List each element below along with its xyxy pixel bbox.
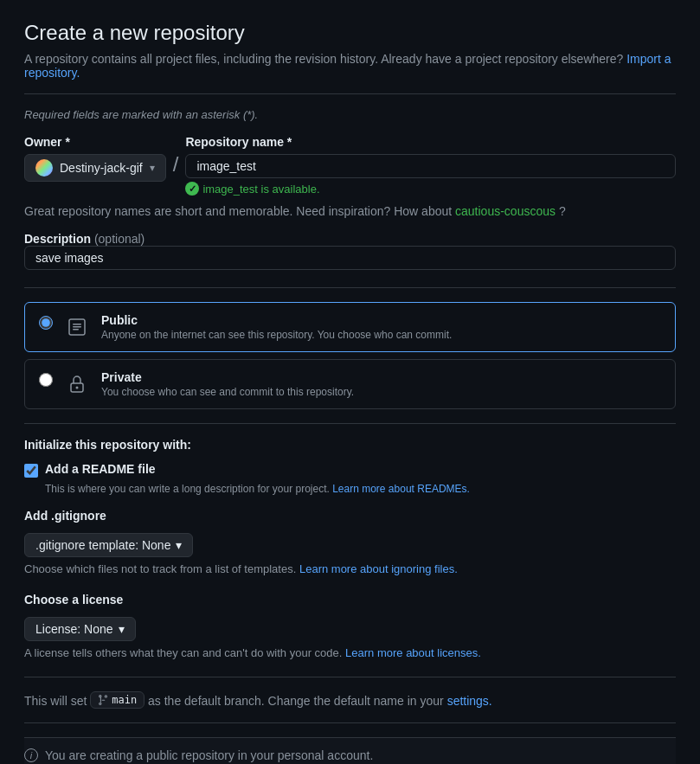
private-title: Private (101, 370, 661, 384)
description-label: Description (optional) (24, 232, 144, 246)
suggestion-text: Great repository names are short and mem… (24, 204, 676, 218)
license-section: Choose a license License: None ▾ A licen… (24, 593, 676, 659)
description-input[interactable] (24, 246, 676, 270)
check-icon: ✓ (185, 182, 199, 196)
owner-avatar (35, 159, 53, 177)
info-message: You are creating a public repository in … (45, 748, 373, 762)
branch-badge: main (90, 691, 144, 709)
private-content: Private You choose who can see and commi… (101, 370, 661, 398)
repo-name-input[interactable] (185, 154, 676, 178)
readme-link[interactable]: Learn more about READMEs. (332, 483, 470, 495)
required-note: Required fields are marked with an aster… (24, 108, 676, 121)
license-dropdown[interactable]: License: None ▾ (24, 617, 136, 641)
description-section: Description (optional) (24, 232, 676, 270)
owner-group: Owner * Destiny-jack-gif ▾ (24, 135, 166, 182)
page-title: Create a new repository (24, 21, 676, 45)
divider-branch (24, 677, 676, 677)
availability-message: ✓ image_test is available. (185, 182, 676, 196)
public-option[interactable]: Public Anyone on the internet can see th… (24, 302, 676, 352)
private-icon (63, 370, 91, 398)
info-box: i You are creating a public repository i… (24, 737, 676, 764)
svg-rect-1 (73, 324, 81, 325)
init-title: Initialize this repository with: (24, 438, 676, 452)
svg-point-5 (76, 387, 79, 389)
public-icon (63, 313, 91, 341)
gitignore-dropdown[interactable]: .gitignore template: None ▾ (24, 533, 193, 557)
private-option[interactable]: Private You choose who can see and commi… (24, 359, 676, 409)
slash-divider: / (173, 135, 179, 175)
readme-label: Add a README file (45, 462, 156, 476)
public-title: Public (101, 313, 661, 327)
page-subtitle: A repository contains all project files,… (24, 52, 676, 80)
chevron-down-gitignore-icon: ▾ (176, 538, 182, 552)
owner-select[interactable]: Destiny-jack-gif ▾ (24, 154, 166, 182)
gitignore-label: Add .gitignore (24, 509, 676, 523)
owner-name: Destiny-jack-gif (60, 161, 143, 175)
public-content: Public Anyone on the internet can see th… (101, 313, 661, 341)
license-desc: A license tells others what they can and… (24, 646, 676, 659)
repo-name-label: Repository name * (185, 135, 676, 149)
chevron-down-icon: ▾ (150, 162, 155, 174)
private-radio[interactable] (39, 373, 53, 387)
divider-visibility (24, 287, 676, 288)
public-desc: Anyone on the internet can see this repo… (101, 329, 661, 341)
visibility-group: Public Anyone on the internet can see th… (24, 302, 676, 409)
repo-name-group: Repository name * ✓ image_test is availa… (185, 135, 676, 196)
license-label: Choose a license (24, 593, 676, 607)
private-desc: You choose who can see and commit to thi… (101, 386, 661, 398)
divider-info (24, 722, 676, 723)
readme-checkbox[interactable] (24, 464, 38, 478)
branch-info: This will set main as the default branch… (24, 691, 676, 709)
owner-repo-row: Owner * Destiny-jack-gif ▾ / Repository … (24, 135, 676, 196)
readme-row: Add a README file (24, 462, 676, 478)
divider-init (24, 423, 676, 424)
svg-rect-2 (73, 326, 81, 328)
license-link[interactable]: Learn more about licenses. (345, 646, 481, 659)
readme-desc: This is where you can write a long descr… (45, 483, 676, 495)
gitignore-desc: Choose which files not to track from a l… (24, 562, 676, 575)
divider-top (24, 93, 676, 94)
gitignore-link[interactable]: Learn more about ignoring files. (299, 562, 458, 575)
gitignore-section: Add .gitignore .gitignore template: None… (24, 509, 676, 575)
info-icon: i (24, 748, 38, 762)
owner-label: Owner * (24, 135, 166, 149)
public-radio[interactable] (39, 316, 53, 330)
chevron-down-license-icon: ▾ (119, 622, 125, 636)
svg-rect-3 (73, 329, 79, 331)
suggestion-link[interactable]: cautious-couscous (455, 204, 556, 218)
settings-link[interactable]: settings. (447, 694, 492, 708)
